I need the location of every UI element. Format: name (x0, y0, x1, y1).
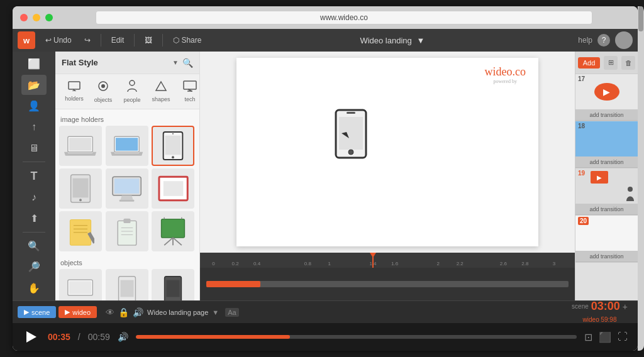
pip-icon[interactable]: ⬛ (599, 331, 611, 343)
sound-icon[interactable]: 🔊 (133, 307, 143, 317)
add-transition-17[interactable]: add transition (575, 109, 638, 121)
sidebar-assets-icon[interactable]: 📂 (21, 75, 47, 94)
asset-item-laptop-white[interactable] (59, 126, 102, 166)
category-holders[interactable]: holders (60, 79, 88, 104)
category-objects[interactable]: objects (89, 78, 117, 105)
asset-item-clipboard[interactable] (106, 211, 148, 251)
scene-thumb-18[interactable]: 18 add transition (575, 121, 638, 168)
sidebar-monitor-icon[interactable]: 🖥 (21, 138, 47, 158)
browser-window: www.wideo.co w ↩ Undo ↪ Edit 🖼 (13, 6, 638, 351)
lock-icon[interactable]: 🔒 (118, 307, 129, 317)
delete-scene-button[interactable]: 🗑 (621, 56, 635, 70)
editor-body: ⬜ 📂 👤 ↑ 🖥 T ♪ (13, 52, 638, 300)
category-shapes[interactable]: shapes (147, 79, 175, 104)
asset-item-obj3[interactable] (152, 269, 194, 300)
holders-icon (68, 81, 80, 94)
shapes-label: shapes (152, 96, 170, 102)
ruler-mark-16: 1.6 (391, 261, 398, 266)
sidebar-zoom-in-icon[interactable]: 🔍 (21, 236, 47, 256)
asset-item-obj2[interactable] (106, 269, 148, 300)
sidebar-people-icon[interactable]: 👤 (21, 96, 47, 116)
browser-dot-minimize[interactable] (33, 14, 40, 21)
address-bar[interactable]: www.wideo.co (96, 11, 592, 25)
svg-rect-36 (162, 219, 185, 238)
asset-item-obj1[interactable] (59, 269, 102, 300)
redo-button[interactable]: ↪ (79, 34, 96, 47)
browser-dot-close[interactable] (20, 14, 28, 21)
edit-button[interactable]: Edit (106, 34, 130, 47)
timeline-bar[interactable] (206, 281, 569, 287)
left-sidebar: ⬜ 📂 👤 ↑ 🖥 T ♪ (13, 52, 55, 300)
logo-button[interactable]: w (18, 31, 35, 49)
scene-thumb-20[interactable]: 20 add transition (575, 216, 638, 263)
add-transition-18[interactable]: add transition (575, 157, 638, 168)
asset-item-tablet-gray[interactable] (59, 168, 102, 209)
scrollbar-thumb[interactable] (638, 6, 643, 31)
image-button[interactable]: 🖼 (140, 34, 157, 47)
separator-1 (101, 34, 101, 47)
svg-rect-22 (114, 178, 139, 194)
title-dropdown[interactable]: ▼ (416, 36, 425, 45)
panel-title-dropdown[interactable]: ▼ (172, 59, 179, 66)
visibility-icon[interactable]: 👁 (106, 307, 114, 317)
wideo-button[interactable]: ▶ wideo (58, 306, 97, 318)
category-tech[interactable]: tech (176, 79, 199, 104)
global-progress-bar[interactable] (136, 335, 577, 339)
ruler-mark-04: 0.4 (253, 261, 260, 266)
scene-num-18: 18 (578, 123, 585, 129)
asset-item-board[interactable] (152, 211, 194, 251)
browser-dot-maximize[interactable] (45, 14, 53, 21)
font-aa-label[interactable]: Aa (225, 308, 238, 317)
browser-titlebar: www.wideo.co (13, 6, 638, 29)
svg-rect-31 (118, 221, 136, 245)
canvas[interactable]: wideo.co powered by (236, 58, 538, 246)
help-icon[interactable]: ? (597, 34, 610, 47)
global-play-button[interactable] (23, 328, 40, 346)
fullscreen-icon[interactable]: ⛶ (618, 331, 628, 343)
add-transition-19[interactable]: add transition (575, 204, 638, 215)
timeline-needle[interactable] (372, 253, 374, 268)
wideo-btn-label: wideo (72, 309, 91, 316)
wideo-play-icon: ▶ (65, 308, 70, 316)
scene-thumb-17[interactable]: 17 ▶ add transition (575, 74, 638, 121)
canvas-phone-object[interactable] (334, 108, 368, 162)
sidebar-hand-icon[interactable]: ✋ (21, 278, 47, 298)
layer-dropdown[interactable]: ▼ (212, 309, 219, 316)
sidebar-upload-icon[interactable]: ↑ (21, 117, 47, 136)
sidebar-music-icon[interactable]: ♪ (21, 187, 47, 207)
scene-thumb-19[interactable]: 19 ▶ add transition (575, 168, 638, 216)
asset-item-tv[interactable] (106, 168, 148, 209)
scene-17-icon: ▶ (594, 83, 619, 101)
add-transition-20[interactable]: add transition (575, 251, 638, 262)
category-people[interactable]: people (118, 78, 146, 105)
tech-label: tech (184, 96, 195, 102)
asset-item-laptop-blue[interactable] (106, 126, 148, 166)
canvas-wrapper[interactable]: wideo.co powered by (200, 52, 575, 253)
user-avatar[interactable] (615, 31, 633, 49)
sidebar-text-icon[interactable]: T (21, 166, 47, 185)
sidebar-divider-1 (23, 162, 45, 162)
svg-rect-7 (184, 81, 196, 89)
subtitles-icon[interactable]: ⊡ (584, 331, 592, 343)
asset-item-frame[interactable] (152, 168, 194, 209)
sidebar-share-icon[interactable]: ⬆ (21, 208, 47, 228)
asset-search-icon[interactable]: 🔍 (182, 58, 193, 68)
undo-button[interactable]: ↩ Undo (40, 34, 77, 47)
svg-line-41 (173, 238, 182, 245)
volume-icon[interactable]: 🔊 (118, 332, 128, 342)
scene-time-plus[interactable]: + (623, 302, 628, 312)
layer-name: Wideo landing page (147, 309, 208, 316)
asset-item-notepad[interactable] (59, 211, 102, 251)
sidebar-images-icon[interactable]: ⬜ (21, 54, 47, 74)
sidebar-zoom-out-icon[interactable]: 🔎 (21, 257, 47, 277)
right-panel: Add ⊞ 🗑 17 ▶ add transition (575, 52, 638, 300)
add-scene-button[interactable]: Add (578, 57, 601, 69)
share-button[interactable]: ⬡ Share (168, 34, 206, 47)
grid-view-button[interactable]: ⊞ (604, 56, 618, 70)
ruler-mark-2: 2 (436, 261, 439, 266)
browser-scrollbar[interactable] (638, 6, 644, 351)
asset-item-tablet-selected[interactable] (152, 126, 194, 166)
canvas-logo-text: wideo.co (485, 65, 526, 79)
scene-button[interactable]: ▶ scene (18, 306, 56, 318)
total-time-display: 00:59 (88, 332, 110, 342)
